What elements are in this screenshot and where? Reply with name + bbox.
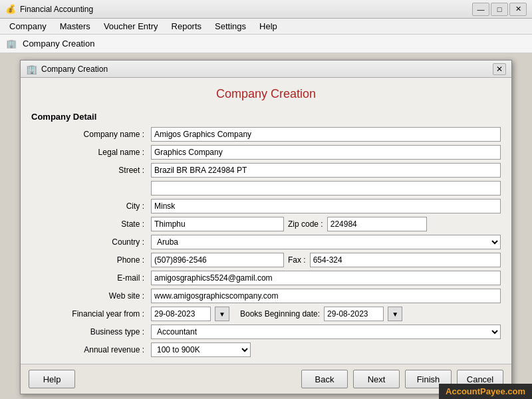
fax-label: Fax : xyxy=(288,255,306,265)
business-type-select[interactable]: Accountant Consulting Manufacturing Reta… xyxy=(151,325,501,339)
menu-settings[interactable]: Settings xyxy=(208,20,253,33)
state-label: State : xyxy=(31,219,151,229)
email-label: E-mail : xyxy=(31,273,151,283)
toolbar-label: Company Creation xyxy=(23,39,94,49)
menu-company[interactable]: Company xyxy=(3,20,53,33)
revenue-row: 100 to 900K 1M to 10M 10M to 100M 100M+ xyxy=(151,342,501,357)
date-row: ▼ Books Beginning date: ▼ xyxy=(151,307,501,321)
books-begin-label: Books Beginning date: xyxy=(240,309,320,319)
phone-fax-row: Fax : xyxy=(151,253,501,267)
street2-input[interactable] xyxy=(151,181,501,196)
menu-voucher-entry[interactable]: Voucher Entry xyxy=(97,20,165,33)
help-button[interactable]: Help xyxy=(29,370,75,388)
dialog-content: Company Creation Company Detail Company … xyxy=(21,78,511,364)
annual-revenue-select[interactable]: 100 to 900K 1M to 10M 10M to 100M 100M+ xyxy=(151,342,251,357)
city-input[interactable] xyxy=(151,199,501,213)
dialog-footer: Help Back Next Finish Cancel xyxy=(21,364,511,394)
books-begin-calendar-button[interactable]: ▼ xyxy=(388,307,402,321)
legal-name-input[interactable] xyxy=(151,145,501,160)
city-label: City : xyxy=(31,201,151,211)
street-label: Street : xyxy=(31,166,151,175)
fax-input[interactable] xyxy=(310,253,501,267)
website-input[interactable] xyxy=(151,289,501,303)
company-creation-dialog: 🏢 Company Creation ✕ Company Creation Co… xyxy=(20,60,512,394)
fy-from-label: Financial year from : xyxy=(31,309,151,319)
menu-help[interactable]: Help xyxy=(253,20,284,33)
country-label: Country : xyxy=(31,237,151,247)
business-type-label: Business type : xyxy=(31,327,151,336)
menu-bar: Company Masters Voucher Entry Reports Se… xyxy=(0,19,532,35)
company-name-input[interactable] xyxy=(151,127,501,142)
toolbar-icon: 🏢 xyxy=(4,37,19,51)
dialog-icon: 🏢 xyxy=(26,64,37,74)
title-bar: 💰 Financial Accounting — □ ✕ xyxy=(0,0,532,19)
app-icon: 💰 xyxy=(5,4,16,15)
form-grid: Company name : Legal name : Street : Cit… xyxy=(31,127,501,357)
menu-reports[interactable]: Reports xyxy=(165,20,209,33)
state-zip-row: Zip code : xyxy=(151,217,501,231)
state-input[interactable] xyxy=(151,217,284,231)
fy-from-calendar-button[interactable]: ▼ xyxy=(215,307,229,321)
close-button[interactable]: ✕ xyxy=(509,3,527,16)
dialog-close-button[interactable]: ✕ xyxy=(493,63,506,75)
books-begin-input[interactable] xyxy=(324,307,384,321)
maximize-button[interactable]: □ xyxy=(491,3,508,16)
watermark: AccountPayee.com xyxy=(439,384,532,399)
country-select[interactable]: Aruba United States Brazil India xyxy=(151,235,501,249)
zip-label: Zip code : xyxy=(288,219,323,229)
dialog-titlebar: 🏢 Company Creation ✕ xyxy=(21,61,511,78)
company-name-label: Company name : xyxy=(31,130,151,139)
dialog-title-text: Company Creation xyxy=(41,65,493,74)
section-header: Company Detail xyxy=(31,112,501,122)
phone-label: Phone : xyxy=(31,255,151,265)
street-input[interactable] xyxy=(151,163,501,178)
menu-masters[interactable]: Masters xyxy=(53,20,97,33)
dialog-heading: Company Creation xyxy=(31,84,501,106)
phone-input[interactable] xyxy=(151,253,284,267)
app-title: Financial Accounting xyxy=(20,5,472,14)
next-button[interactable]: Next xyxy=(353,370,400,388)
fy-from-input[interactable] xyxy=(151,307,211,321)
toolbar: 🏢 Company Creation xyxy=(0,35,532,53)
back-button[interactable]: Back xyxy=(301,370,348,388)
email-input[interactable] xyxy=(151,271,501,285)
zip-input[interactable] xyxy=(327,217,427,231)
website-label: Web site : xyxy=(31,291,151,301)
minimize-button[interactable]: — xyxy=(472,3,489,16)
legal-name-label: Legal name : xyxy=(31,148,151,157)
main-area: 🏢 Company Creation ✕ Company Creation Co… xyxy=(0,53,532,399)
annual-revenue-label: Annual revenue : xyxy=(31,345,151,354)
window-controls: — □ ✕ xyxy=(472,3,527,16)
